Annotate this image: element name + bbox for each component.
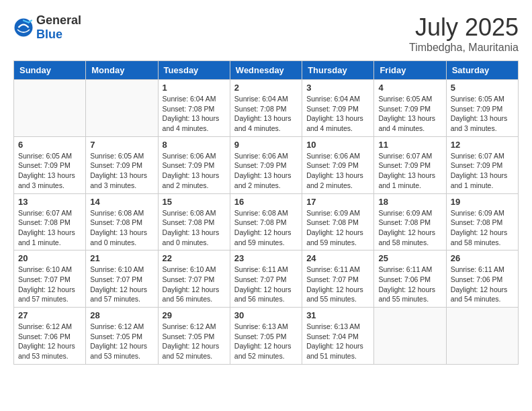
calendar-week-1: 6Sunrise: 6:05 AM Sunset: 7:09 PM Daylig…: [14, 136, 519, 193]
day-number: 26: [451, 253, 514, 263]
day-info: Sunrise: 6:04 AM Sunset: 7:09 PM Dayligh…: [306, 94, 369, 134]
day-number: 29: [163, 310, 226, 320]
day-info: Sunrise: 6:12 AM Sunset: 7:05 PM Dayligh…: [163, 322, 226, 361]
day-info: Sunrise: 6:06 AM Sunset: 7:09 PM Dayligh…: [306, 151, 369, 191]
month-title: July 2025: [409, 13, 519, 42]
day-number: 15: [163, 197, 226, 207]
calendar-week-0: 1Sunrise: 6:04 AM Sunset: 7:08 PM Daylig…: [14, 80, 519, 137]
calendar-cell: [14, 80, 86, 137]
calendar-cell: 2Sunrise: 6:04 AM Sunset: 7:08 PM Daylig…: [230, 80, 302, 137]
day-number: 8: [163, 140, 226, 150]
day-number: 22: [163, 253, 226, 263]
logo-text: General Blue: [36, 13, 81, 42]
logo-icon: [13, 17, 34, 38]
day-number: 4: [378, 83, 441, 93]
calendar-cell: 17Sunrise: 6:09 AM Sunset: 7:08 PM Dayli…: [302, 193, 374, 250]
day-info: Sunrise: 6:05 AM Sunset: 7:09 PM Dayligh…: [378, 94, 441, 134]
calendar-cell: 8Sunrise: 6:06 AM Sunset: 7:09 PM Daylig…: [158, 136, 230, 193]
calendar-cell: 6Sunrise: 6:05 AM Sunset: 7:09 PM Daylig…: [14, 136, 86, 193]
calendar-week-3: 20Sunrise: 6:10 AM Sunset: 7:07 PM Dayli…: [14, 250, 519, 308]
calendar-cell: 28Sunrise: 6:12 AM Sunset: 7:05 PM Dayli…: [86, 308, 158, 365]
day-number: 6: [18, 140, 81, 150]
day-number: 9: [234, 140, 298, 150]
page-header: General Blue July 2025 Timbedgha, Maurit…: [13, 13, 519, 54]
day-info: Sunrise: 6:08 AM Sunset: 7:08 PM Dayligh…: [90, 208, 153, 248]
day-info: Sunrise: 6:05 AM Sunset: 7:09 PM Dayligh…: [451, 94, 514, 134]
calendar-cell: 19Sunrise: 6:09 AM Sunset: 7:08 PM Dayli…: [446, 193, 518, 250]
day-info: Sunrise: 6:10 AM Sunset: 7:07 PM Dayligh…: [90, 265, 153, 304]
calendar-cell: 27Sunrise: 6:12 AM Sunset: 7:06 PM Dayli…: [14, 308, 86, 365]
day-info: Sunrise: 6:07 AM Sunset: 7:09 PM Dayligh…: [451, 151, 514, 191]
calendar-cell: 26Sunrise: 6:11 AM Sunset: 7:06 PM Dayli…: [446, 250, 518, 308]
day-info: Sunrise: 6:11 AM Sunset: 7:06 PM Dayligh…: [451, 265, 514, 304]
day-info: Sunrise: 6:04 AM Sunset: 7:08 PM Dayligh…: [234, 94, 298, 134]
calendar-cell: 4Sunrise: 6:05 AM Sunset: 7:09 PM Daylig…: [374, 80, 446, 137]
weekday-header-saturday: Saturday: [446, 61, 518, 80]
calendar-cell: 22Sunrise: 6:10 AM Sunset: 7:07 PM Dayli…: [158, 250, 230, 308]
day-number: 17: [306, 197, 369, 207]
calendar-cell: 21Sunrise: 6:10 AM Sunset: 7:07 PM Dayli…: [86, 250, 158, 308]
day-info: Sunrise: 6:12 AM Sunset: 7:05 PM Dayligh…: [90, 322, 153, 361]
calendar-cell: [374, 308, 446, 365]
day-info: Sunrise: 6:11 AM Sunset: 7:07 PM Dayligh…: [306, 265, 369, 304]
calendar-cell: 7Sunrise: 6:05 AM Sunset: 7:09 PM Daylig…: [86, 136, 158, 193]
calendar-cell: 29Sunrise: 6:12 AM Sunset: 7:05 PM Dayli…: [158, 308, 230, 365]
day-info: Sunrise: 6:08 AM Sunset: 7:08 PM Dayligh…: [163, 208, 226, 248]
day-number: 11: [378, 140, 441, 150]
calendar-cell: 10Sunrise: 6:06 AM Sunset: 7:09 PM Dayli…: [302, 136, 374, 193]
weekday-header-tuesday: Tuesday: [158, 61, 230, 80]
day-info: Sunrise: 6:06 AM Sunset: 7:09 PM Dayligh…: [234, 151, 298, 191]
day-number: 20: [18, 253, 81, 263]
calendar-cell: [86, 80, 158, 137]
day-info: Sunrise: 6:13 AM Sunset: 7:05 PM Dayligh…: [234, 322, 298, 361]
day-number: 21: [90, 253, 153, 263]
calendar-week-4: 27Sunrise: 6:12 AM Sunset: 7:06 PM Dayli…: [14, 308, 519, 365]
day-number: 18: [378, 197, 441, 207]
day-number: 10: [306, 140, 369, 150]
day-number: 12: [451, 140, 514, 150]
day-info: Sunrise: 6:06 AM Sunset: 7:09 PM Dayligh…: [163, 151, 226, 191]
day-info: Sunrise: 6:11 AM Sunset: 7:06 PM Dayligh…: [378, 265, 441, 304]
calendar-cell: 9Sunrise: 6:06 AM Sunset: 7:09 PM Daylig…: [230, 136, 302, 193]
calendar-cell: 31Sunrise: 6:13 AM Sunset: 7:04 PM Dayli…: [302, 308, 374, 365]
calendar-cell: 20Sunrise: 6:10 AM Sunset: 7:07 PM Dayli…: [14, 250, 86, 308]
day-number: 5: [451, 83, 514, 93]
calendar-cell: 24Sunrise: 6:11 AM Sunset: 7:07 PM Dayli…: [302, 250, 374, 308]
calendar-cell: 30Sunrise: 6:13 AM Sunset: 7:05 PM Dayli…: [230, 308, 302, 365]
calendar-cell: 11Sunrise: 6:07 AM Sunset: 7:09 PM Dayli…: [374, 136, 446, 193]
location-title: Timbedgha, Mauritania: [409, 42, 519, 54]
day-number: 24: [306, 253, 369, 263]
calendar-cell: 16Sunrise: 6:08 AM Sunset: 7:08 PM Dayli…: [230, 193, 302, 250]
logo-general: General: [36, 13, 81, 27]
weekday-header-wednesday: Wednesday: [230, 61, 302, 80]
title-area: July 2025 Timbedgha, Mauritania: [409, 13, 519, 54]
calendar-cell: 25Sunrise: 6:11 AM Sunset: 7:06 PM Dayli…: [374, 250, 446, 308]
calendar-cell: 1Sunrise: 6:04 AM Sunset: 7:08 PM Daylig…: [158, 80, 230, 137]
day-number: 31: [306, 310, 369, 320]
day-info: Sunrise: 6:07 AM Sunset: 7:08 PM Dayligh…: [18, 208, 81, 248]
day-info: Sunrise: 6:07 AM Sunset: 7:09 PM Dayligh…: [378, 151, 441, 191]
calendar-week-2: 13Sunrise: 6:07 AM Sunset: 7:08 PM Dayli…: [14, 193, 519, 250]
calendar-cell: [446, 308, 518, 365]
weekday-header-monday: Monday: [86, 61, 158, 80]
logo-blue: Blue: [36, 28, 62, 41]
calendar-body: 1Sunrise: 6:04 AM Sunset: 7:08 PM Daylig…: [14, 80, 519, 365]
calendar-cell: 3Sunrise: 6:04 AM Sunset: 7:09 PM Daylig…: [302, 80, 374, 137]
calendar-table: SundayMondayTuesdayWednesdayThursdayFrid…: [13, 60, 519, 365]
day-info: Sunrise: 6:05 AM Sunset: 7:09 PM Dayligh…: [90, 151, 153, 191]
day-info: Sunrise: 6:10 AM Sunset: 7:07 PM Dayligh…: [18, 265, 81, 304]
calendar-cell: 18Sunrise: 6:09 AM Sunset: 7:08 PM Dayli…: [374, 193, 446, 250]
day-number: 23: [234, 253, 298, 263]
calendar-cell: 14Sunrise: 6:08 AM Sunset: 7:08 PM Dayli…: [86, 193, 158, 250]
day-number: 28: [90, 310, 153, 320]
day-number: 30: [234, 310, 298, 320]
day-number: 27: [18, 310, 81, 320]
day-info: Sunrise: 6:09 AM Sunset: 7:08 PM Dayligh…: [378, 208, 441, 248]
day-info: Sunrise: 6:04 AM Sunset: 7:08 PM Dayligh…: [163, 94, 226, 134]
day-number: 1: [163, 83, 226, 93]
day-info: Sunrise: 6:09 AM Sunset: 7:08 PM Dayligh…: [306, 208, 369, 248]
calendar-cell: 13Sunrise: 6:07 AM Sunset: 7:08 PM Dayli…: [14, 193, 86, 250]
day-number: 16: [234, 197, 298, 207]
weekday-header-friday: Friday: [374, 61, 446, 80]
day-info: Sunrise: 6:11 AM Sunset: 7:07 PM Dayligh…: [234, 265, 298, 304]
